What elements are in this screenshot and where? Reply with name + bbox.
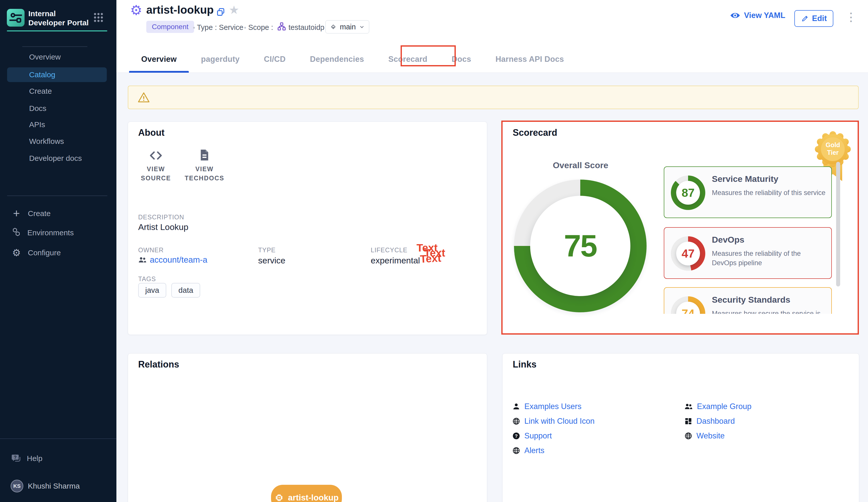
links-column-left: Examples UsersLink with Cloud Icon?Suppo…	[512, 401, 595, 456]
scorecard-scrollbar[interactable]	[836, 162, 840, 287]
sidebar-item-apis[interactable]: APIs	[7, 117, 107, 132]
metric-gauge: 47	[671, 236, 705, 271]
metric-gauge-inner: 74	[676, 302, 700, 314]
lifecycle-value: experimental	[371, 255, 420, 265]
sidebar-item-workflows[interactable]: Workflows	[7, 134, 107, 149]
relations-entity-node[interactable]: artist-lookup	[271, 485, 342, 502]
tab-overview[interactable]: Overview	[129, 46, 189, 73]
scorecard-card: Scorecard	[503, 122, 858, 333]
separator-dot	[320, 24, 322, 32]
sidebar-item-catalog[interactable]: Catalog	[7, 67, 107, 82]
globe-icon	[512, 417, 520, 425]
branch-value: main	[340, 23, 356, 31]
person-icon	[512, 402, 520, 411]
sidebar-item-environments[interactable]: Environments	[7, 225, 107, 241]
favorite-star-icon[interactable]: ★	[229, 3, 239, 17]
link-dashboard[interactable]: Dashboard	[684, 415, 751, 427]
metric-name: DevOps	[712, 235, 744, 245]
link-website[interactable]: Website	[684, 430, 751, 442]
metric-score-value: 87	[682, 186, 694, 200]
page-title: artist-lookup	[146, 3, 214, 16]
sidebar-item-developer-docs[interactable]: Developer docs	[7, 151, 107, 165]
sidebar-item-create[interactable]: Create	[7, 84, 107, 99]
link-example-group[interactable]: Example Group	[684, 401, 751, 412]
sidebar-item-label: Overview	[29, 53, 61, 61]
owner-link[interactable]: account/team-a	[138, 255, 207, 265]
chevron-down-icon	[359, 24, 365, 30]
tab-harness-api-docs[interactable]: Harness API Docs	[483, 46, 576, 73]
sidebar-item-label: Configure	[28, 249, 61, 257]
description-label: DESCRIPTION	[138, 213, 184, 221]
docs-icon	[182, 148, 227, 164]
help-chat-icon: ?	[11, 453, 21, 463]
sidebar-item-configure[interactable]: ⚙Configure	[7, 245, 107, 261]
separator-dot	[193, 24, 195, 32]
sidebar-item-overview[interactable]: Overview	[7, 50, 107, 64]
hexagons-icon	[11, 227, 21, 239]
link-alerts[interactable]: Alerts	[512, 445, 595, 456]
kebab-menu-icon[interactable]: ⋮	[845, 10, 857, 24]
view-techdocs-label-1: VIEW	[182, 164, 227, 173]
tags-label: TAGS	[138, 275, 156, 283]
metric-description: Measures the reliability of the DevOps p…	[712, 249, 826, 268]
sidebar-item-help[interactable]: ? Help	[7, 451, 107, 466]
edit-label: Edit	[812, 14, 827, 23]
app-logo-icon[interactable]	[7, 9, 24, 27]
tab-pagerduty[interactable]: pagerduty	[189, 46, 252, 73]
scorecard-metric-service-maturity[interactable]: 87Service MaturityMeasures the reliabili…	[664, 167, 832, 218]
scorecard-metric-security-standards[interactable]: 74Security StandardsMeasures how secure …	[664, 287, 832, 314]
tags-row: javadata	[138, 283, 200, 298]
sidebar-item-docs[interactable]: Docs	[7, 101, 107, 116]
sidebar-item-label: Create	[29, 87, 52, 96]
globe-icon	[512, 446, 520, 455]
sidebar-item-label: Catalog	[29, 70, 55, 79]
tab-ci-cd[interactable]: CI/CD	[252, 46, 298, 73]
link-support[interactable]: ?Support	[512, 430, 595, 442]
link-examples-users[interactable]: Examples Users	[512, 401, 595, 412]
metric-gauge: 74	[671, 296, 705, 314]
branch-icon	[330, 23, 337, 30]
view-source-button[interactable]: VIEW SOURCE	[138, 148, 174, 183]
tab-label: Harness API Docs	[496, 55, 564, 64]
description-value: Artist Lookup	[138, 222, 188, 232]
edit-button[interactable]: Edit	[794, 10, 833, 27]
view-yaml-label: View YAML	[744, 11, 785, 20]
group-icon	[138, 255, 147, 264]
sidebar-item-create[interactable]: +Create	[7, 206, 107, 221]
code-icon	[138, 148, 174, 164]
metric-gauge-inner: 47	[676, 242, 700, 265]
pencil-icon	[801, 14, 809, 22]
copy-icon[interactable]	[216, 7, 226, 18]
link-label: Dashboard	[696, 416, 735, 426]
apps-grid-icon[interactable]	[93, 12, 104, 23]
avatar: KS	[11, 480, 23, 492]
sidebar-item-label: Create	[28, 209, 51, 218]
tab-dependencies[interactable]: Dependencies	[298, 46, 376, 73]
about-card: About VIEW SOURCE VIEW TECHDOCS DESCRIPT…	[128, 122, 487, 335]
user-menu[interactable]: KS Khushi Sharma	[7, 478, 113, 494]
sidebar: Internal Developer Portal OverviewCatalo…	[0, 0, 116, 502]
type-value: service	[258, 255, 286, 265]
view-source-label-2: SOURCE	[138, 173, 174, 183]
link-link-with-cloud-icon[interactable]: Link with Cloud Icon	[512, 415, 595, 427]
view-yaml-button[interactable]: View YAML	[730, 10, 785, 21]
metric-score-value: 47	[682, 247, 694, 260]
sidebar-item-label: Workflows	[29, 137, 64, 145]
branch-selector[interactable]: main	[326, 20, 369, 33]
metric-name: Security Standards	[712, 295, 790, 305]
view-techdocs-button[interactable]: VIEW TECHDOCS	[182, 148, 227, 183]
tier-badge-line1: Gold	[826, 141, 840, 148]
tag-chip-data[interactable]: data	[171, 283, 200, 298]
scorecard-tab-annotation-box	[401, 45, 456, 66]
owner-label: OWNER	[138, 247, 164, 254]
user-name: Khushi Sharma	[28, 482, 80, 490]
tab-label: Overview	[141, 55, 177, 64]
tag-chip-java[interactable]: java	[138, 283, 166, 298]
scorecard-annotation-box: Scorecard	[501, 121, 859, 334]
scorecard-metric-devops[interactable]: 47DevOpsMeasures the reliability of the …	[664, 227, 832, 279]
entity-type-text: Type : Service	[197, 23, 244, 32]
relations-card: Relations artist-lookup	[128, 353, 487, 502]
app-title: Internal Developer Portal	[28, 9, 89, 27]
metric-score-value: 74	[682, 307, 694, 314]
scorecard-metric-list: 87Service MaturityMeasures the reliabili…	[664, 167, 833, 314]
